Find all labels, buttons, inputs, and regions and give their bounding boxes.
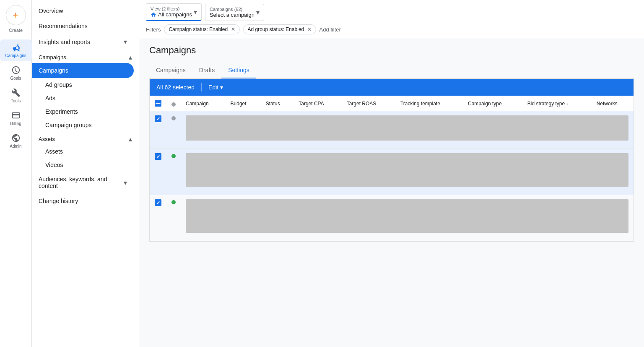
campaigns-chevron-icon: ▴ [129, 53, 132, 61]
campaign-dropdown-chevron-icon: ▾ [256, 8, 260, 16]
view-dropdown-chevron-icon: ▾ [194, 8, 197, 16]
sidebar-item-insights[interactable]: Insights and reports ▾ [32, 34, 134, 50]
sidebar-overview-label: Overview [39, 8, 63, 14]
sidebar-audiences-label: Audiences, keywords, and content [39, 176, 124, 189]
sidebar-item-recommendations[interactable]: Recommendations [32, 18, 134, 34]
nav-billing[interactable]: Billing [0, 107, 32, 129]
th-campaign-type: Campaign type [463, 96, 522, 111]
nav-goals[interactable]: Goals [0, 62, 32, 84]
table-header-row: Campaign Budget Status Target CPA Target [150, 96, 634, 111]
sidebar-item-videos[interactable]: Videos [32, 158, 134, 172]
td-status-2 [166, 149, 181, 195]
sidebar-campaigns-section[interactable]: Campaigns ▴ [32, 50, 139, 63]
status-dot-grey-icon [171, 116, 176, 120]
campaign-select-dropdown[interactable]: Campaigns (62) Select a campaign ▾ [205, 4, 264, 21]
sidebar-item-ads[interactable]: Ads [32, 91, 134, 105]
topbar: View (2 filters) All campaigns ▾ Campaig… [139, 0, 644, 38]
campaign-select-value: Select a campaign [210, 12, 254, 18]
filter2-close-icon[interactable]: ✕ [307, 26, 312, 32]
campaigns-icon [11, 43, 21, 52]
table-row [150, 149, 634, 195]
insights-chevron-icon: ▾ [124, 38, 127, 46]
topbar-row1: View (2 filters) All campaigns ▾ Campaig… [146, 3, 637, 21]
td-content-2 [181, 149, 634, 195]
view-filter-dropdown[interactable]: View (2 filters) All campaigns ▾ [146, 3, 202, 21]
tab-settings[interactable]: Settings [221, 63, 256, 78]
filter-chip-adgroup-status[interactable]: Ad group status: Enabled ✕ [243, 24, 316, 34]
tabs-row: Campaigns Drafts Settings [149, 63, 634, 78]
header-checkbox[interactable] [155, 100, 161, 107]
sidebar-campaigngroups-label: Campaign groups [45, 122, 92, 128]
sidebar-videos-label: Videos [45, 162, 63, 168]
status-dot-green-icon [171, 154, 176, 158]
edit-label: Edit [208, 84, 218, 91]
sidebar-item-overview[interactable]: Overview [32, 3, 134, 18]
home-icon [151, 12, 156, 18]
add-filter-button[interactable]: Add filter [319, 26, 341, 33]
sidebar-item-adgroups[interactable]: Ad groups [32, 78, 134, 91]
td-status-3 [166, 195, 181, 241]
sidebar-experiments-label: Experiments [45, 108, 78, 115]
sidebar-item-experiments[interactable]: Experiments [32, 105, 134, 118]
selection-divider [201, 83, 202, 91]
sidebar-insights-label: Insights and reports [39, 39, 90, 45]
main-content: View (2 filters) All campaigns ▾ Campaig… [139, 0, 644, 347]
table-row [150, 195, 634, 241]
campaigns-table-wrapper: All 62 selected Edit ▾ [149, 78, 634, 242]
billing-icon [11, 111, 21, 120]
sidebar-assets-section[interactable]: Assets ▴ [32, 132, 139, 145]
nav-goals-label: Goals [10, 76, 21, 81]
row3-checkbox[interactable] [155, 199, 161, 206]
th-status-dot [166, 96, 181, 111]
sidebar-item-campaigns[interactable]: Campaigns [32, 63, 134, 78]
sidebar-recommendations-label: Recommendations [39, 23, 88, 29]
nav-admin-label: Admin [10, 144, 21, 149]
topbar-row2: Filters Campaign status: Enabled ✕ Ad gr… [146, 24, 637, 34]
sidebar-item-audiences[interactable]: Audiences, keywords, and content ▾ [32, 172, 134, 193]
td-checkbox-3 [150, 195, 166, 241]
edit-chevron-icon: ▾ [220, 84, 223, 91]
th-target-cpa: Target CPA [293, 96, 341, 111]
icon-rail: + Create Campaigns Goals Tools Billing A… [0, 0, 32, 347]
nav-admin[interactable]: Admin [0, 130, 32, 152]
nav-tools-label: Tools [11, 99, 21, 103]
sidebar-campaigns-section-label: Campaigns [39, 54, 66, 60]
campaign-select-label: Campaigns (62) [210, 7, 254, 12]
filter-chip-campaign-status[interactable]: Campaign status: Enabled ✕ [164, 24, 239, 34]
tab-campaigns[interactable]: Campaigns [149, 63, 192, 78]
nav-tools[interactable]: Tools [0, 85, 32, 107]
create-button[interactable]: + [6, 5, 26, 25]
filter1-close-icon[interactable]: ✕ [231, 26, 235, 32]
sidebar-assets-label: Assets [45, 148, 63, 155]
row1-checkbox[interactable] [155, 115, 161, 122]
nav-billing-label: Billing [10, 121, 21, 126]
assets-chevron-icon: ▴ [129, 135, 132, 143]
create-plus-icon: + [13, 9, 18, 21]
status-dot-green2-icon [171, 200, 176, 204]
row1-content-block [186, 115, 628, 141]
td-checkbox-1 [150, 111, 166, 149]
th-status: Status [261, 96, 294, 111]
sidebar-campaigns-label: Campaigns [39, 67, 68, 74]
selection-count-text: All 62 selected [156, 84, 195, 91]
page-title: Campaigns [149, 45, 634, 56]
nav-campaigns[interactable]: Campaigns [0, 39, 32, 61]
th-checkbox [150, 96, 166, 111]
page-content: Campaigns Campaigns Drafts Settings All … [139, 38, 644, 347]
th-tracking-template: Tracking template [395, 96, 463, 111]
tab-drafts[interactable]: Drafts [192, 63, 221, 78]
sidebar-item-assets[interactable]: Assets [32, 145, 134, 158]
view-filter-value: All campaigns [158, 11, 192, 18]
audiences-chevron-icon: ▾ [124, 179, 127, 187]
edit-button[interactable]: Edit ▾ [208, 84, 223, 91]
selection-bar: All 62 selected Edit ▾ [150, 79, 634, 96]
filters-label: Filters [146, 26, 161, 33]
sidebar-changehistory-label: Change history [39, 198, 78, 204]
th-budget: Budget [226, 96, 261, 111]
row2-content-block [186, 153, 628, 187]
view-filter-label: View (2 filters) [151, 6, 192, 11]
sidebar-item-change-history[interactable]: Change history [32, 193, 134, 209]
row2-checkbox[interactable] [155, 153, 161, 160]
th-networks: Networks [592, 96, 634, 111]
sidebar-item-campaign-groups[interactable]: Campaign groups [32, 118, 134, 132]
